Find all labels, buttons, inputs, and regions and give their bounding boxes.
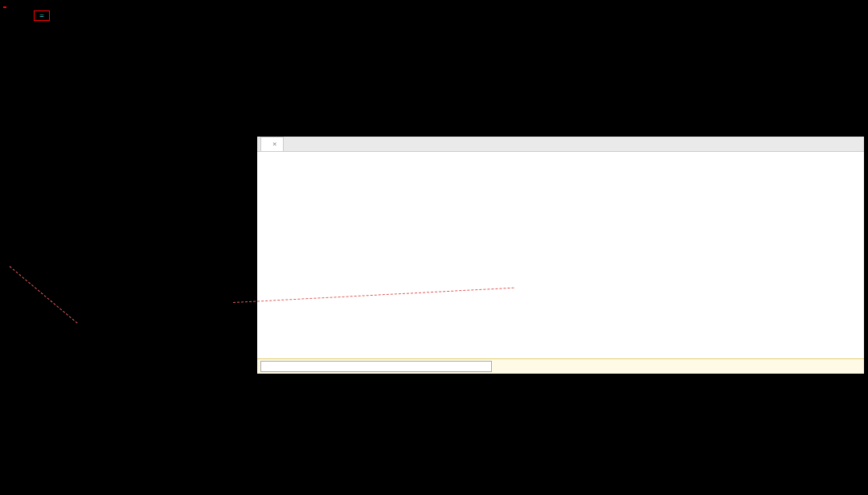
window-tab-bar: × [257, 137, 864, 152]
file-content[interactable] [257, 152, 864, 358]
ps-file-window: × [257, 137, 864, 374]
close-icon[interactable]: × [272, 141, 276, 149]
highlighted-instruction [3, 6, 6, 8]
reg-rdi-row: = [3, 10, 865, 21]
reg-rdi-highlight: = [34, 10, 50, 21]
find-bar [257, 358, 864, 374]
find-input[interactable] [260, 361, 492, 372]
lldb-terminal: = [0, 0, 868, 31]
file-tab[interactable]: × [260, 137, 284, 151]
annotation-arrow-1 [10, 266, 78, 323]
disasm-arrow [3, 2, 865, 10]
